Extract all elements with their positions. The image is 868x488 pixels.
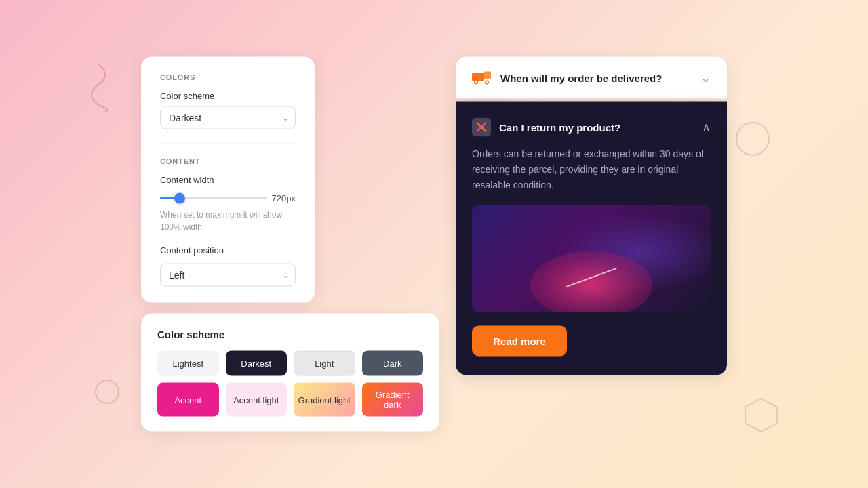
content-width-slider[interactable] xyxy=(160,197,267,199)
color-scheme-select[interactable]: Darkest Lightest Light Dark xyxy=(160,106,296,129)
svg-rect-4 xyxy=(484,72,491,79)
colors-section: COLORS Color scheme Darkest Lightest Lig… xyxy=(160,73,296,129)
color-btn-accent[interactable]: Accent xyxy=(157,383,219,417)
content-section-label: CONTENT xyxy=(160,157,296,165)
color-scheme-field-label: Color scheme xyxy=(160,91,296,101)
svg-point-8 xyxy=(486,81,488,83)
faq-card-delivery[interactable]: When will my order be delivered? ⌄ xyxy=(456,57,727,99)
color-scheme-card-title: Color scheme xyxy=(157,329,423,340)
settings-card: COLORS Color scheme Darkest Lightest Lig… xyxy=(141,57,315,303)
color-buttons-grid: Lightest Darkest Light Dark Accent Accen… xyxy=(157,351,423,417)
truck-icon xyxy=(472,70,492,85)
abstract-canvas xyxy=(472,205,711,312)
decorative-circle-large xyxy=(736,122,770,156)
content-width-value: 720px xyxy=(272,193,296,203)
color-btn-lightest[interactable]: Lightest xyxy=(157,351,219,376)
abstract-blob-pink xyxy=(530,251,652,312)
faq-delivery-question: When will my order be delivered? xyxy=(500,72,662,83)
svg-rect-2 xyxy=(472,73,484,81)
faq-return-left: Can I return my product? xyxy=(472,118,620,137)
faq-delivery-chevron-icon: ⌄ xyxy=(701,70,711,85)
content-position-select[interactable]: Left Center Right xyxy=(160,264,296,287)
faq-return-answer: Orders can be returned or exchanged with… xyxy=(472,146,711,193)
color-btn-gradient-dark[interactable]: Gradient dark xyxy=(362,383,424,417)
svg-point-7 xyxy=(475,81,477,83)
faq-card-return: Can I return my product? ∧ Orders can be… xyxy=(456,102,727,375)
faq-column: When will my order be delivered? ⌄ Can I… xyxy=(456,57,727,375)
divider xyxy=(160,143,296,144)
content-section: CONTENT Content width 720px When set to … xyxy=(160,157,296,287)
color-btn-gradient-light[interactable]: Gradient light xyxy=(294,383,355,417)
color-scheme-select-wrapper: Darkest Lightest Light Dark ⌄ xyxy=(160,106,296,129)
color-scheme-card: Color scheme Lightest Darkest Light Dark… xyxy=(141,314,439,432)
x-icon xyxy=(472,118,491,137)
colors-section-label: COLORS xyxy=(160,73,296,81)
color-btn-dark[interactable]: Dark xyxy=(362,351,424,376)
faq-return-image xyxy=(472,205,711,312)
faq-delivery-left: When will my order be delivered? xyxy=(472,70,662,85)
faq-return-header: Can I return my product? ∧ xyxy=(472,118,711,137)
decorative-squiggle xyxy=(78,61,119,115)
content-width-row: 720px xyxy=(160,193,296,203)
panels-container: COLORS Color scheme Darkest Lightest Lig… xyxy=(141,57,727,432)
content-width-hint: When set to maximum it will show 100% wi… xyxy=(160,209,296,233)
svg-marker-1 xyxy=(745,399,777,432)
color-btn-darkest[interactable]: Darkest xyxy=(226,351,288,376)
color-btn-light[interactable]: Light xyxy=(294,351,355,376)
faq-return-chevron-icon: ∧ xyxy=(702,120,711,135)
color-btn-accent-light[interactable]: Accent light xyxy=(226,383,288,417)
read-more-button[interactable]: Read more xyxy=(472,326,567,357)
decorative-circle-small xyxy=(95,380,119,404)
content-position-label: Content position xyxy=(160,245,296,256)
faq-return-question: Can I return my product? xyxy=(499,121,620,133)
left-column: COLORS Color scheme Darkest Lightest Lig… xyxy=(141,57,439,432)
content-position-select-wrapper: Left Center Right ⌄ xyxy=(160,264,296,287)
decorative-hexagon xyxy=(743,396,780,434)
content-width-label: Content width xyxy=(160,175,296,185)
